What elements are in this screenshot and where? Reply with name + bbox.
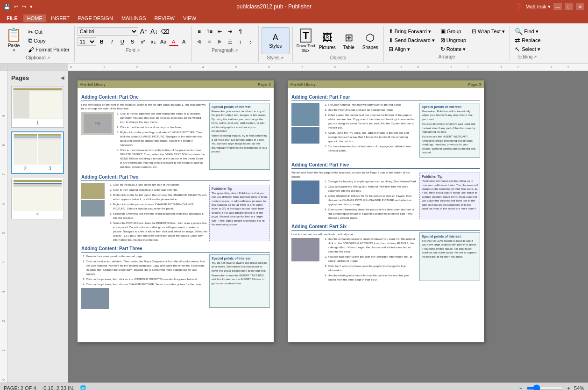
wrap-text-button[interactable]: ⊡ Wrap Text ▾ bbox=[470, 27, 507, 36]
part-two-image2 bbox=[81, 200, 105, 217]
part-six-image bbox=[291, 238, 319, 261]
section-part-one-title: Adding Content: Part One bbox=[81, 94, 270, 101]
section-part-three-title: Adding Content: Part Three bbox=[81, 246, 270, 253]
part-four-image1 bbox=[291, 103, 319, 126]
user-info[interactable]: Matt Irsik ▾ bbox=[525, 4, 551, 10]
subscript-button[interactable]: x₂ bbox=[149, 37, 158, 46]
language-icon: 🌐 bbox=[80, 385, 86, 390]
rotate-icon: ↻ bbox=[440, 46, 445, 52]
ribbon-group-objects: T Draw Text Box 🖼 Pictures ⊞ Table ⬡ Sha… bbox=[293, 26, 384, 62]
paragraph-expand-icon[interactable]: ↗ bbox=[234, 48, 238, 53]
rotate-button[interactable]: ↻ Rotate ▾ bbox=[439, 45, 468, 53]
align-icon: ⊟ bbox=[389, 46, 393, 52]
align-center-button[interactable]: ≡ bbox=[205, 37, 214, 46]
justify-button[interactable]: ☰ bbox=[226, 37, 235, 46]
section-part-four-title: Adding Content: Part Four bbox=[291, 94, 480, 101]
group-button[interactable]: ▣ Group bbox=[439, 27, 468, 36]
pictures-button[interactable]: 🖼 Pictures bbox=[317, 27, 338, 54]
pages-panel-collapse-button[interactable]: ◂ bbox=[61, 74, 64, 81]
superscript-button[interactable]: x² bbox=[138, 37, 148, 46]
show-formatting-button[interactable]: ¶ bbox=[236, 27, 245, 36]
send-backward-button[interactable]: ⬇ Send Backward ▾ bbox=[387, 36, 437, 44]
horizontal-ruler: 0 1 2 3 4 5 6 7 8 9 10 11 12 13 14 15 16… bbox=[68, 64, 588, 71]
paste-button[interactable]: 📋 Paste ▾ bbox=[5, 27, 25, 54]
bold-button[interactable]: B bbox=[97, 37, 106, 46]
increase-indent-button[interactable]: ⇥ bbox=[226, 27, 235, 36]
format-painter-button[interactable]: 🖌 Format Painter bbox=[26, 45, 71, 54]
title-bar: 💾 ↩ ↪ ▾ publclass2012.pub - Publisher ❓ … bbox=[0, 0, 588, 13]
clear-formatting-icon[interactable]: ⌫ bbox=[160, 28, 170, 35]
decrease-indent-button[interactable]: ⇤ bbox=[215, 27, 225, 36]
ungroup-button[interactable]: ⊠ Ungroup bbox=[439, 36, 468, 44]
menu-mailings[interactable]: MAILINGS bbox=[118, 14, 150, 22]
document-page-2: Marriott Library Page: 2 Adding Content:… bbox=[78, 80, 274, 342]
zoom-slider[interactable] bbox=[526, 387, 564, 390]
menu-page-design[interactable]: PAGE DESIGN bbox=[74, 14, 117, 22]
canvas-area[interactable]: Marriott Library Page: 2 Adding Content:… bbox=[68, 71, 588, 383]
font-family-select[interactable]: Calibri bbox=[78, 27, 138, 36]
part-one-list: Click in the top right text box and chan… bbox=[115, 112, 205, 170]
editing-expand-icon[interactable]: ↗ bbox=[533, 55, 537, 59]
cut-button[interactable]: ✂ Cut bbox=[26, 28, 71, 36]
menu-insert[interactable]: INSERT bbox=[47, 14, 73, 22]
replace-button[interactable]: ⇄ Replace bbox=[513, 36, 542, 44]
quick-save-icon[interactable]: 💾 bbox=[4, 4, 10, 10]
draw-text-box-button[interactable]: T Draw Text Box bbox=[296, 27, 316, 54]
font-size-select[interactable]: 11 bbox=[78, 37, 96, 46]
align-right-button[interactable]: ⫸ bbox=[215, 37, 225, 46]
ribbon-group-clipboard: 📋 Paste ▾ ✂ Cut ⧉ Copy 🖌 Format P bbox=[2, 26, 75, 62]
styles-expand-icon[interactable]: ↗ bbox=[280, 56, 284, 60]
page-thumb-1[interactable]: 1 bbox=[11, 86, 64, 128]
line-spacing-button[interactable]: ↕ bbox=[236, 37, 245, 46]
clipboard-expand-icon[interactable]: ↗ bbox=[47, 56, 50, 60]
page-thumb-4[interactable]: 4 bbox=[11, 178, 64, 219]
menu-file[interactable]: FILE bbox=[2, 14, 22, 22]
section-part-four: Adding Content: Part Four The Zion bbox=[291, 94, 480, 159]
select-button[interactable]: ↖ Select ▾ bbox=[513, 45, 542, 53]
change-case-button[interactable]: Aa bbox=[159, 37, 168, 46]
strikethrough-button[interactable]: S bbox=[128, 37, 137, 46]
font-expand-icon[interactable]: ↗ bbox=[136, 48, 140, 53]
part-five-image bbox=[291, 181, 319, 204]
italic-button[interactable]: I bbox=[107, 37, 117, 46]
columns-button[interactable]: ⋮ bbox=[246, 37, 255, 46]
menu-review[interactable]: REVIEW bbox=[151, 14, 178, 22]
numbering-button[interactable]: 1≡ bbox=[205, 27, 214, 36]
ribbon-group-paragraph: ≡ 1≡ ⇤ ⇥ ¶ ⫷ ≡ ⫸ ☰ ↕ ⋮ Paragraph ↗ bbox=[192, 26, 259, 62]
menu-home[interactable]: HOME bbox=[23, 14, 46, 22]
zoom-out-button[interactable]: − bbox=[519, 385, 522, 390]
minimize-button[interactable]: — bbox=[553, 3, 562, 10]
page-1-label: 1 bbox=[13, 119, 63, 126]
section-part-two: Adding Content: Part Two Click on t bbox=[81, 174, 270, 243]
align-left-button[interactable]: ⫷ bbox=[195, 37, 204, 46]
copy-button[interactable]: ⧉ Copy bbox=[26, 36, 71, 45]
part-two-image1 bbox=[81, 183, 105, 199]
menu-view[interactable]: VIEW bbox=[179, 14, 200, 22]
zoom-in-button[interactable]: + bbox=[567, 385, 570, 390]
styles-button[interactable]: A Styles bbox=[262, 27, 290, 54]
group-icon: ▣ bbox=[440, 28, 446, 35]
window-title: publclass2012.pub - Publisher bbox=[33, 3, 515, 10]
redo-icon[interactable]: ↪ bbox=[22, 4, 26, 10]
help-icon[interactable]: ❓ bbox=[515, 3, 523, 10]
shapes-button[interactable]: ⬡ Shapes bbox=[360, 27, 381, 54]
table-button[interactable]: ⊞ Table bbox=[339, 27, 359, 54]
bring-forward-button[interactable]: ⬆ Bring Forward ▾ bbox=[387, 27, 437, 36]
align-button[interactable]: ⊟ Align ▾ bbox=[387, 45, 437, 53]
cut-icon: ✂ bbox=[28, 29, 33, 36]
close-button[interactable]: ✕ bbox=[576, 3, 584, 10]
part-three-image bbox=[81, 288, 109, 309]
bullets-button[interactable]: ≡ bbox=[195, 27, 204, 36]
font-size-decrease-icon[interactable]: A↑ bbox=[139, 28, 149, 35]
find-button[interactable]: 🔍 Find ▾ bbox=[513, 27, 542, 36]
undo-icon[interactable]: ↩ bbox=[14, 4, 18, 10]
text-highlight-button[interactable]: A bbox=[179, 37, 189, 46]
font-color-button[interactable]: A bbox=[169, 37, 178, 46]
underline-button[interactable]: U bbox=[118, 37, 127, 46]
pages-panel: Pages ◂ 1 bbox=[7, 71, 68, 383]
font-size-increase-icon[interactable]: A↓ bbox=[149, 28, 159, 35]
maximize-button[interactable]: □ bbox=[565, 3, 573, 10]
part-four-sidebar: Special points of interest: Remember, Pu… bbox=[419, 103, 480, 158]
part-six-list: Use the remaining space to create whatev… bbox=[323, 237, 416, 283]
page-thumb-2-3[interactable]: 2 3 bbox=[11, 131, 64, 174]
